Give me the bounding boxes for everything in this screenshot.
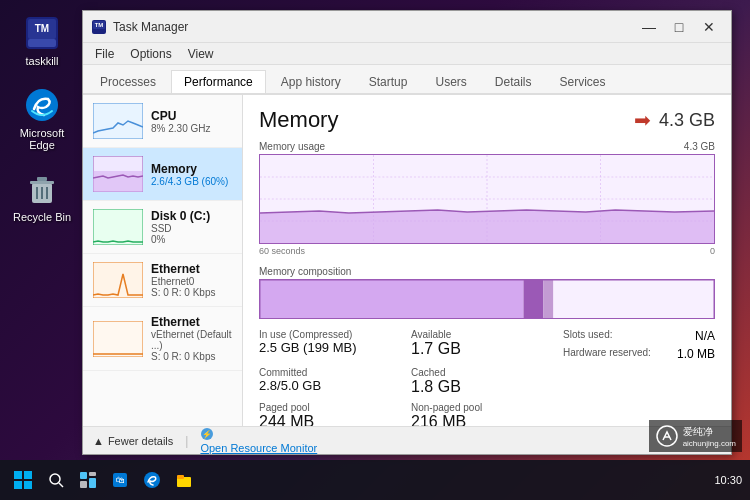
stat-slots: Slots used: N/A	[563, 329, 715, 343]
taskkill-icon: TM	[24, 15, 60, 51]
window-controls: — □ ✕	[635, 15, 723, 39]
svg-marker-26	[260, 210, 714, 244]
window-title: Task Manager	[113, 20, 635, 34]
taskbar-widgets[interactable]	[74, 466, 102, 494]
svg-rect-37	[14, 481, 22, 489]
separator: |	[185, 434, 188, 448]
menu-view[interactable]: View	[180, 45, 222, 63]
tab-startup[interactable]: Startup	[356, 70, 421, 93]
svg-rect-16	[93, 171, 143, 192]
svg-point-50	[657, 426, 677, 446]
svg-rect-17	[93, 209, 143, 245]
title-bar: TM Task Manager — □ ✕	[83, 11, 731, 43]
svg-text:TM: TM	[35, 23, 49, 34]
svg-rect-27	[260, 280, 524, 319]
stat-cached: Cached 1.8 GB	[411, 367, 563, 396]
tab-services[interactable]: Services	[547, 70, 619, 93]
window-icon: TM	[91, 19, 107, 35]
composition-chart-container	[259, 279, 715, 319]
svg-rect-19	[93, 321, 143, 357]
start-button[interactable]	[8, 465, 38, 495]
recycle-bin-icon	[24, 171, 60, 207]
svg-rect-2	[28, 39, 56, 47]
watermark-main: 爱纯净	[683, 425, 736, 439]
menu-options[interactable]: Options	[122, 45, 179, 63]
perf-item-ethernet0[interactable]: Ethernet Ethernet0 S: 0 R: 0 Kbps	[83, 254, 242, 307]
svg-rect-31	[681, 280, 714, 319]
tab-performance[interactable]: Performance	[171, 70, 266, 93]
stat-available-value: 1.7 GB	[411, 340, 563, 358]
tab-details[interactable]: Details	[482, 70, 545, 93]
bottom-bar: ▲ Fewer details | ⚡ Open Resource Monito…	[83, 426, 731, 454]
watermark-sub: aichunjing.com	[683, 439, 736, 448]
svg-point-47	[144, 472, 160, 488]
svg-point-39	[50, 474, 60, 484]
disk-mini-chart	[93, 209, 143, 245]
taskbar-explorer[interactable]	[170, 466, 198, 494]
stat-committed: Committed 2.8/5.0 GB	[259, 367, 411, 396]
stat-hw-reserved-value: 1.0 MB	[677, 347, 715, 361]
stat-hw-reserved: Hardware reserved: 1.0 MB	[563, 347, 715, 361]
svg-rect-49	[177, 475, 184, 479]
taskkill-label: taskkill	[25, 55, 58, 67]
memory-info: Memory 2.6/4.3 GB (60%)	[151, 162, 232, 187]
stat-slots-label: Slots used:	[563, 329, 612, 343]
content-area: CPU 8% 2.30 GHz Memory 2.6/4.3 GB (60%)	[83, 95, 731, 426]
svg-rect-41	[80, 472, 87, 479]
disk-name: Disk 0 (C:)	[151, 209, 232, 223]
perf-item-disk[interactable]: Disk 0 (C:) SSD 0%	[83, 201, 242, 254]
arrow-icon: ➡	[634, 108, 651, 132]
usage-chart-section: Memory usage 4.3 GB	[259, 141, 715, 256]
minimize-button[interactable]: —	[635, 15, 663, 39]
resource-monitor-icon: ⚡	[200, 427, 214, 441]
svg-text:⚡: ⚡	[202, 429, 212, 439]
svg-rect-43	[80, 481, 87, 488]
fewer-details-button[interactable]: ▲ Fewer details	[93, 435, 173, 447]
desktop-icons: TM taskkill Microsoft Edge Recycle	[10, 15, 74, 223]
stats-area: In use (Compressed) 2.5 GB (199 MB) Avai…	[259, 329, 715, 426]
tab-app-history[interactable]: App history	[268, 70, 354, 93]
cpu-name: CPU	[151, 109, 232, 123]
desktop-icon-recycle-bin[interactable]: Recycle Bin	[10, 171, 74, 223]
taskbar-store[interactable]: 🛍	[106, 466, 134, 494]
taskbar-time: 10:30	[714, 474, 742, 486]
perf-item-memory[interactable]: Memory 2.6/4.3 GB (60%)	[83, 148, 242, 201]
taskbar-search[interactable]	[42, 466, 70, 494]
stat-nonpaged-label: Non-paged pool	[411, 402, 563, 413]
taskbar: 🛍 10:30	[0, 460, 750, 500]
stat-hw-reserved-label: Hardware reserved:	[563, 347, 651, 361]
ethernet0-sub: Ethernet0	[151, 276, 232, 287]
menu-bar: File Options View	[83, 43, 731, 65]
desktop-icon-edge[interactable]: Microsoft Edge	[10, 87, 74, 151]
tab-processes[interactable]: Processes	[87, 70, 169, 93]
maximize-button[interactable]: □	[665, 15, 693, 39]
stat-paged-value: 244 MB	[259, 413, 411, 426]
watermark: 爱纯净 aichunjing.com	[649, 420, 742, 452]
desktop-icon-taskkill[interactable]: TM taskkill	[10, 15, 74, 67]
perf-item-ethernet-veth[interactable]: Ethernet vEthernet (Default ...) S: 0 R:…	[83, 307, 242, 371]
stat-in-use-label: In use (Compressed)	[259, 329, 411, 340]
taskbar-edge[interactable]	[138, 466, 166, 494]
stat-available: Available 1.7 GB	[411, 329, 563, 361]
perf-item-cpu[interactable]: CPU 8% 2.30 GHz	[83, 95, 242, 148]
close-button[interactable]: ✕	[695, 15, 723, 39]
disk-sub: SSD	[151, 223, 232, 234]
menu-file[interactable]: File	[87, 45, 122, 63]
ethernet0-mini-chart	[93, 262, 143, 298]
usage-chart-label: Memory usage 4.3 GB	[259, 141, 715, 152]
svg-point-4	[26, 89, 58, 121]
tab-users[interactable]: Users	[422, 70, 479, 93]
disk-value: 0%	[151, 234, 232, 245]
watermark-text: 爱纯净 aichunjing.com	[649, 420, 742, 452]
svg-text:🛍: 🛍	[116, 475, 125, 485]
ethernet0-name: Ethernet	[151, 262, 232, 276]
stat-in-use: In use (Compressed) 2.5 GB (199 MB)	[259, 329, 411, 361]
svg-rect-28	[524, 280, 544, 319]
ethernet0-value: S: 0 R: 0 Kbps	[151, 287, 232, 298]
open-resource-monitor-link[interactable]: Open Resource Monitor	[200, 442, 317, 454]
right-panel: Memory ➡ 4.3 GB Memory usage 4.3 GB	[243, 95, 731, 426]
ethernet-veth-name: Ethernet	[151, 315, 232, 329]
svg-rect-42	[89, 472, 96, 476]
composition-chart-section: Memory composition	[259, 266, 715, 319]
memory-total-display: ➡ 4.3 GB	[634, 108, 715, 132]
